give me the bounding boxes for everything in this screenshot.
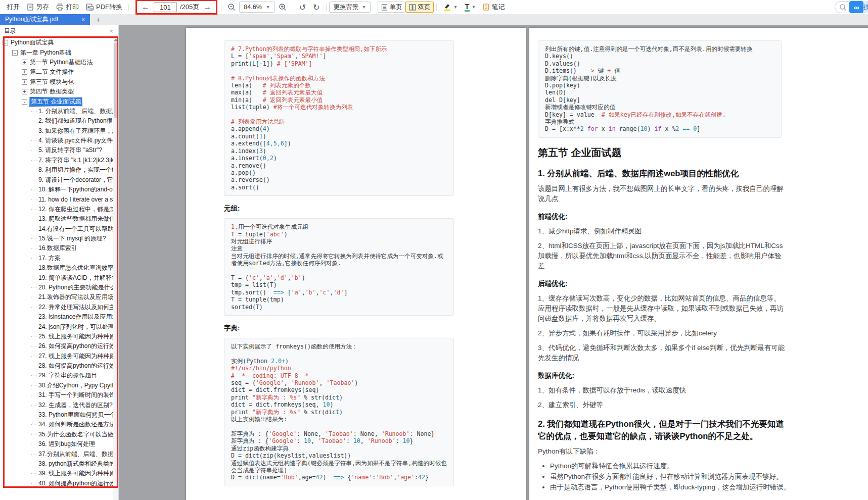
toc-item[interactable]: 8. 利用切片操作，实现一个trim() xyxy=(0,165,118,175)
toc-item[interactable]: 26. 如何提高python的运行效率 xyxy=(0,341,118,351)
code-line: 通过zip函数构建字典 xyxy=(231,445,447,452)
code-line: list(tuple) #将一个可迭代对象转换为列表 xyxy=(231,104,447,111)
new-tab-button[interactable]: + xyxy=(90,14,107,25)
toc-item[interactable]: -第一章 Python基础 xyxy=(0,47,118,57)
double-page-icon xyxy=(409,4,416,11)
toc-item[interactable]: 25. 线上服务可能因为种种原因导致挂掉 xyxy=(0,332,118,341)
scroll-up-icon[interactable] xyxy=(114,38,118,41)
toc-item[interactable]: 7. 将字符串 "k:1 |k1:2|k2:3|k3:4" xyxy=(0,156,118,165)
text-tool-button[interactable]: T ▼ xyxy=(461,1,479,13)
toc-item[interactable]: 39. 线上服务可能因为种种原因导致 xyxy=(0,469,118,478)
single-page-button[interactable]: 单页 xyxy=(378,2,405,13)
toc-item[interactable]: 18.数据库怎么优化查询效率? xyxy=(0,263,118,273)
toc-item[interactable]: 9. 请设计一个decorator，它可作用于任何函数 xyxy=(0,175,118,184)
toc-item[interactable]: 21.装饰器的写法以及应用场景 xyxy=(0,292,118,302)
toc-close-icon[interactable]: × xyxy=(109,27,113,35)
toc-scrollbar[interactable] xyxy=(113,36,118,500)
collapse-icon[interactable]: - xyxy=(12,50,18,56)
toc-item[interactable]: 29. 字符串的操作题目 xyxy=(0,371,118,380)
toc-item[interactable]: +第四节 数据类型 xyxy=(0,87,118,96)
toc-item[interactable]: 40. 如何提高python的运行效率 xyxy=(0,479,118,488)
toc-item[interactable]: 11. how do I iterate over a sequence xyxy=(0,194,118,204)
toc-item[interactable]: -第五节 企业面试题 xyxy=(0,96,118,106)
toc-item[interactable]: 37.分别从前端、后端、数据库阐述 xyxy=(0,449,118,459)
print-button[interactable]: 打印 xyxy=(53,1,82,13)
toc-title: 目录 xyxy=(4,27,16,35)
undo-button[interactable]: ↺ xyxy=(296,3,309,12)
collapse-icon[interactable]: - xyxy=(22,99,27,105)
paragraph: 1、如有条件，数据可以存放于redis，读取速度快 xyxy=(538,385,787,395)
clipped-edge-button[interactable]: 搜 xyxy=(863,1,868,13)
toc-item[interactable]: 38. python新式类和经典类的区别? xyxy=(0,459,118,469)
collapse-icon[interactable]: - xyxy=(3,40,8,45)
toc-item[interactable]: 12. 你在爬虫过程中，都是怎么进行的 xyxy=(0,205,118,214)
toc-item[interactable]: 3. 如果你困在了死循环里，怎么打破它? xyxy=(0,126,118,136)
toc-item[interactable]: 35.为什么函数名字可以当做参数用 xyxy=(0,430,118,439)
toc-item[interactable]: 33. Python里面如何拷贝一个对象? xyxy=(0,410,118,420)
paragraph: 2、html和CSS放在页面上部，javascript放在页面下面，因为js加载… xyxy=(538,241,787,271)
code-line: 以上实例输出结果为: xyxy=(231,416,447,423)
toc-item[interactable]: 34. 如何判断是函数还是方法? xyxy=(0,420,118,429)
toc-item[interactable]: +第二节 文件操作 xyxy=(0,67,118,77)
tree-connector xyxy=(31,317,36,317)
toc-item[interactable]: 14.有没有一个工具可以帮助查找 xyxy=(0,224,118,233)
toc-item[interactable]: +第三节 模块与包 xyxy=(0,77,118,87)
note-button[interactable]: 笔记 xyxy=(479,1,508,13)
tree-connector xyxy=(31,366,36,366)
toc-item[interactable]: 1. 分别从前端、后端、数据库阐述web项目的性能优化 xyxy=(0,107,118,116)
page-number-input[interactable] xyxy=(154,2,177,12)
toc-item[interactable]: 17. 方案 xyxy=(0,254,118,263)
toc-item-label: 32. 生成器，迭代器的区别? xyxy=(38,401,113,410)
toc-item[interactable]: -Python面试宝典 xyxy=(0,38,118,47)
expand-icon[interactable]: + xyxy=(22,60,27,65)
toc-item[interactable]: 31. 手写一个判断时间的装饰器 xyxy=(0,390,118,400)
toc-item[interactable]: 10. 解释一下python的and-or语法 xyxy=(0,185,118,194)
scrollbar-thumb[interactable] xyxy=(114,42,117,118)
toc-item[interactable]: 28. 如何提高python的运行效率 xyxy=(0,361,118,371)
tab-close-icon[interactable]: × xyxy=(80,16,86,23)
change-background-button[interactable]: 更换背景 ▼ xyxy=(329,2,371,13)
code-line xyxy=(231,67,447,74)
search-icon xyxy=(839,4,847,11)
tab-bar: Python面试宝典.pdf × + xyxy=(0,14,868,25)
save-as-button[interactable]: 另存 xyxy=(23,1,53,13)
zoom-out-button[interactable] xyxy=(224,1,239,13)
toc-item[interactable]: 16.数据库索引 xyxy=(0,243,118,253)
code-line: 当对元组进行排序的时候,通常先得将它转换为列表并使得它成为一个可变对象.或者使用… xyxy=(231,253,447,267)
toc-item[interactable]: 36. 遇到bug如何处理 xyxy=(0,439,118,449)
toc-item-label: 36. 遇到bug如何处理 xyxy=(38,440,95,448)
highlighter-button[interactable]: ▼ xyxy=(439,1,461,13)
text-tool-icon: T xyxy=(465,3,469,12)
toc-item[interactable]: +第一节 Python基础语法 xyxy=(0,58,118,67)
search-input[interactable] xyxy=(835,1,849,13)
toc-item[interactable]: 30.介绍Cython，Pypy Cpython的区别 xyxy=(0,381,118,390)
toc-item[interactable]: 32. 生成器，迭代器的区别? xyxy=(0,400,118,410)
pdf-convert-button[interactable]: Pw PDF转换 xyxy=(82,1,126,13)
zoom-level-select[interactable]: 84.6% ▼ xyxy=(239,2,275,13)
toc-item[interactable]: 4. 请谈谈.pyc文件和.py文件的不同之处 xyxy=(0,136,118,145)
expand-icon[interactable]: + xyxy=(22,69,27,75)
tab-python-interview-pdf[interactable]: Python面试宝典.pdf × xyxy=(0,14,90,25)
toc-item[interactable]: 23. isinstance作用以及应用场景 xyxy=(0,312,118,322)
zoom-in-button[interactable] xyxy=(275,1,290,13)
expand-icon[interactable]: + xyxy=(22,89,27,94)
toc-item[interactable]: 19. 简单谈谈ACID，并解释每一个特性 xyxy=(0,273,118,282)
expand-icon[interactable]: + xyxy=(22,79,27,85)
code-line: print "新字典为 : %s" % str(dict) xyxy=(231,394,447,401)
toc-item[interactable]: 15.说一下 mysql 的原理? xyxy=(0,234,118,243)
toc-item[interactable]: 24. json序列化时，可以处理的数据类型 xyxy=(0,322,118,331)
redo-button[interactable]: ↻ xyxy=(309,3,323,12)
toc-item[interactable]: 27. 线上服务可能因为种种原因导致挂掉 xyxy=(0,352,118,361)
open-button[interactable]: 打开 xyxy=(3,1,23,13)
ai-assistant-button[interactable]: ∞ xyxy=(849,1,863,13)
toc-item[interactable]: 2. 我们都知道现在Python很火，但是对于一门技术 xyxy=(0,116,118,126)
prev-page-button[interactable]: ← xyxy=(141,3,151,12)
next-page-button[interactable]: → xyxy=(202,3,212,12)
toc-item[interactable]: 13. 爬取这些数据都用来做什么的 xyxy=(0,214,118,224)
toc-item[interactable]: 22. 异常处理写法以及如何主动抛出异常 xyxy=(0,303,118,312)
document-canvas[interactable]: # 7.Python的列表的截取与字符串操作类型相同,如下所示L = ['spa… xyxy=(119,25,868,500)
code-line: D.values() xyxy=(545,60,774,67)
toc-item[interactable]: 20. Python的主要功能是什么? xyxy=(0,283,118,292)
double-page-button[interactable]: 双页 xyxy=(405,2,434,13)
toc-item[interactable]: 5. 请反转字符串 "aStr"? xyxy=(0,145,118,155)
